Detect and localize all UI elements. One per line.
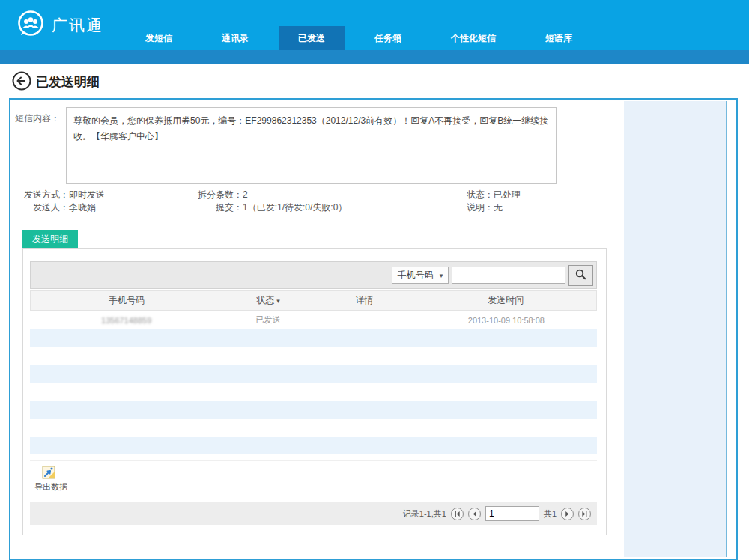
pagination-bar: 记录1-1,共1 共1 bbox=[30, 502, 597, 525]
submit-label: 提交： bbox=[145, 201, 243, 214]
nav-item-send-sms[interactable]: 发短信 bbox=[126, 26, 192, 50]
export-excel-icon bbox=[42, 466, 55, 479]
first-page-button[interactable] bbox=[451, 508, 464, 520]
col-header-status[interactable]: 状态▾ bbox=[223, 294, 314, 307]
search-icon bbox=[575, 269, 586, 282]
sent-detail-panel: 短信内容： 尊敬的会员，您的保养抵用券50元，编号：EF299862312353… bbox=[9, 98, 738, 560]
main-nav: 发短信 通讯录 已发送 任务箱 个性化短信 短语库 bbox=[126, 26, 602, 50]
send-method-label: 发送方式： bbox=[10, 189, 69, 201]
cell-send-time: 2013-10-09 10:58:08 bbox=[416, 316, 597, 325]
export-data-label: 导出数据 bbox=[34, 481, 79, 493]
cell-status: 已发送 bbox=[222, 314, 313, 326]
search-input[interactable] bbox=[452, 267, 565, 284]
tab-send-detail[interactable]: 发送明细 bbox=[22, 230, 78, 248]
split-count-value: 2 bbox=[243, 189, 248, 201]
app-logo: 广讯通 bbox=[16, 10, 103, 40]
cell-phone-number: 13567148859 bbox=[30, 316, 222, 325]
result-table: 手机号码 ▾ 手机号码 状态▾ 详情 发送时间 bbox=[30, 261, 597, 525]
page-title-strip: 已发送明细 bbox=[0, 64, 749, 98]
note-value: 无 bbox=[494, 201, 503, 214]
back-button[interactable] bbox=[12, 71, 31, 91]
search-button[interactable] bbox=[568, 265, 593, 286]
note-label: 说明： bbox=[430, 201, 494, 214]
export-row: 导出数据 bbox=[30, 460, 597, 502]
record-count-text: 记录1-1,共1 bbox=[403, 508, 446, 520]
sender-label: 发送人： bbox=[10, 201, 69, 214]
page-number-input[interactable] bbox=[485, 506, 539, 521]
search-field-select[interactable]: 手机号码 ▾ bbox=[392, 267, 449, 284]
nav-item-contacts[interactable]: 通讯录 bbox=[202, 26, 268, 50]
total-pages-text: 共1 bbox=[544, 508, 557, 520]
submit-value: 1（已发:1/待发:0/失败:0） bbox=[243, 201, 347, 214]
col-header-detail: 详情 bbox=[313, 294, 415, 307]
next-page-button[interactable] bbox=[561, 508, 574, 520]
nav-item-personalized-sms[interactable]: 个性化短信 bbox=[431, 26, 515, 50]
nav-item-sent[interactable]: 已发送 bbox=[279, 26, 345, 50]
col-header-phone[interactable]: 手机号码 bbox=[31, 294, 223, 307]
last-page-button[interactable] bbox=[578, 508, 591, 520]
send-detail-tabpanel: 手机号码 ▾ 手机号码 状态▾ 详情 发送时间 bbox=[22, 248, 607, 535]
empty-rows-area bbox=[30, 329, 597, 460]
top-navigation-bar: 广讯通 发短信 通讯录 已发送 任务箱 个性化短信 短语库 bbox=[0, 0, 749, 50]
status-label: 状态： bbox=[430, 189, 494, 201]
export-data-button[interactable]: 导出数据 bbox=[34, 466, 79, 493]
page-title: 已发送明细 bbox=[36, 73, 100, 91]
chevron-down-icon: ▾ bbox=[440, 272, 443, 279]
table-row[interactable]: 13567148859 已发送 2013-10-09 10:58:08 bbox=[30, 311, 597, 329]
table-toolbar: 手机号码 ▾ bbox=[30, 261, 597, 289]
sms-content-box: 尊敬的会员，您的保养抵用券50元，编号：EF299862312353（2012/… bbox=[66, 107, 557, 184]
status-value: 已处理 bbox=[494, 189, 521, 201]
secondary-bar bbox=[0, 50, 749, 64]
sender-value: 李晓娟 bbox=[69, 201, 96, 214]
nav-item-phrase-library[interactable]: 短语库 bbox=[526, 26, 592, 50]
nav-item-task-box[interactable]: 任务箱 bbox=[355, 26, 421, 50]
table-header-row: 手机号码 状态▾ 详情 发送时间 bbox=[30, 290, 597, 311]
right-side-column bbox=[624, 101, 727, 557]
col-header-send-time: 发送时间 bbox=[415, 294, 596, 307]
send-method-value: 即时发送 bbox=[69, 189, 105, 201]
search-field-value: 手机号码 bbox=[398, 269, 434, 281]
sort-caret-icon: ▾ bbox=[276, 297, 280, 305]
previous-page-button[interactable] bbox=[468, 508, 481, 520]
logo-text: 广讯通 bbox=[52, 15, 103, 36]
sms-content-label: 短信内容： bbox=[15, 112, 60, 125]
split-count-label: 拆分条数： bbox=[145, 189, 243, 201]
logo-icon bbox=[16, 10, 45, 40]
